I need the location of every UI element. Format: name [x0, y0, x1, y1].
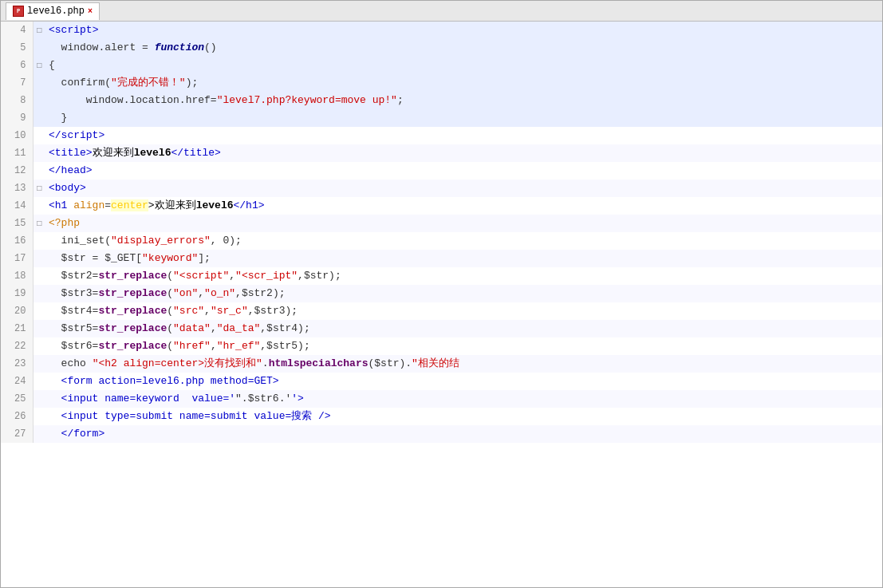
code-line: ini_set("display_errors", 0); [45, 232, 882, 250]
line-number: 8 [1, 92, 33, 109]
code-token: ".$str6.' [235, 393, 291, 404]
code-token: head [61, 164, 86, 176]
table-row: 24 <form action=level6.php method=GET> [1, 373, 882, 390]
table-row: 16 ini_set("display_errors", 0); [1, 232, 882, 250]
code-token: ]; [198, 252, 211, 264]
code-line: $str3=str_replace("on","o_n",$str2); [45, 285, 882, 302]
code-line: $str6=str_replace("href","hr_ef",$str5); [45, 337, 882, 355]
table-row: 10</script> [1, 127, 882, 144]
line-number: 21 [1, 320, 33, 337]
fold-icon [33, 267, 45, 285]
fold-icon[interactable]: □ [33, 22, 45, 39]
code-line: <script> [45, 22, 882, 39]
table-row: 7 confirm("完成的不错！"); [1, 74, 882, 92]
line-number: 22 [1, 337, 33, 355]
code-token: 欢迎来到 [93, 147, 134, 159]
table-row: 6□{ [1, 57, 882, 74]
line-number: 25 [1, 390, 33, 408]
code-token: , [229, 270, 235, 282]
code-token: ,$str5); [260, 340, 309, 352]
code-token: $str6= [61, 340, 99, 352]
code-token: < [49, 182, 55, 194]
line-number: 9 [1, 109, 33, 127]
code-token: > [86, 147, 93, 159]
table-row: 25 <input name=keyword value='".$str6.''… [1, 390, 882, 408]
code-token: ,$str); [298, 270, 341, 282]
code-token: </form> [61, 428, 105, 440]
fold-icon [33, 162, 45, 180]
code-token: $str = $_GET[ [61, 252, 142, 264]
line-number: 26 [1, 408, 33, 425]
code-token: , [204, 305, 211, 317]
code-token: > [86, 164, 93, 176]
table-row: 26 <input type=submit name=submit value=… [1, 408, 882, 425]
code-token: <input type=submit name=submit value=搜索 … [61, 410, 331, 422]
code-line: </form> [45, 425, 882, 443]
table-row: 14<h1 align=center>欢迎来到level6</h1> [1, 197, 882, 215]
code-token: ( [167, 322, 173, 334]
file-tab[interactable]: P level6.php × [6, 2, 100, 20]
line-number: 15 [1, 215, 33, 232]
code-token: <input name=keyword value=' [61, 393, 235, 404]
code-token: "hr_ef" [217, 340, 261, 352]
code-token: window.alert = [61, 41, 155, 53]
code-token: $str4= [61, 305, 99, 317]
code-token: { [49, 59, 55, 71]
line-number: 27 [1, 425, 33, 443]
code-token: "o_n" [204, 287, 235, 299]
code-table: 4□<script>5 window.alert = function()6□{… [1, 22, 882, 443]
line-number: 17 [1, 250, 33, 267]
fold-icon[interactable]: □ [33, 180, 45, 197]
fold-icon [33, 197, 45, 215]
code-token: , [198, 287, 204, 299]
code-line: $str4=str_replace("src","sr_c",$str3); [45, 302, 882, 320]
fold-icon [33, 127, 45, 144]
tab-close-button[interactable]: × [88, 7, 93, 16]
code-line: <form action=level6.php method=GET> [45, 373, 882, 390]
code-line: echo "<h2 align=center>没有找到和".htmlspecia… [45, 355, 882, 373]
fold-icon[interactable]: □ [33, 215, 45, 232]
line-number: 4 [1, 22, 33, 39]
code-line: </head> [45, 162, 882, 180]
code-token: confirm( [61, 77, 111, 89]
code-editor[interactable]: 4□<script>5 window.alert = function()6□{… [1, 22, 882, 587]
code-token: ,$str4); [260, 322, 309, 334]
code-token: str_replace [98, 305, 167, 317]
code-token: = [104, 199, 111, 211]
code-token: "sr_c" [211, 305, 248, 317]
fold-icon [33, 320, 45, 337]
line-number: 5 [1, 39, 33, 57]
fold-icon [33, 74, 45, 92]
table-row: 18 $str2=str_replace("<script","<scr_ipt… [1, 267, 882, 285]
code-token: window.location.href= [73, 94, 216, 106]
code-token: "href" [173, 340, 211, 352]
code-token: ( [167, 340, 173, 352]
line-number: 13 [1, 180, 33, 197]
table-row: 5 window.alert = function() [1, 39, 882, 57]
line-number: 23 [1, 355, 33, 373]
code-token: "on" [173, 287, 198, 299]
code-token: function [155, 41, 204, 53]
line-number: 10 [1, 127, 33, 144]
line-number: 24 [1, 373, 33, 390]
code-token: < [49, 129, 55, 141]
code-token: . [262, 357, 269, 369]
code-token: <form action=level6.php method=GET> [61, 375, 279, 387]
code-line: { [45, 57, 882, 74]
table-row: 20 $str4=str_replace("src","sr_c",$str3)… [1, 302, 882, 320]
code-token: echo [61, 357, 93, 369]
table-row: 15□<?php [1, 215, 882, 232]
code-token: htmlspecialchars [269, 357, 369, 369]
code-token: "keyword" [142, 252, 198, 264]
fold-icon [33, 250, 45, 267]
table-row: 9 } [1, 109, 882, 127]
code-token: "<scr_ipt" [235, 270, 298, 282]
fold-icon[interactable]: □ [33, 57, 45, 74]
code-line: <input type=submit name=submit value=搜索 … [45, 408, 882, 425]
line-number: 19 [1, 285, 33, 302]
code-token: str_replace [98, 270, 167, 282]
main-window: P level6.php × 4□<script>5 window.alert … [0, 0, 883, 588]
code-token: < [49, 147, 55, 159]
fold-icon [33, 92, 45, 109]
code-token: "display_errors" [111, 235, 211, 247]
